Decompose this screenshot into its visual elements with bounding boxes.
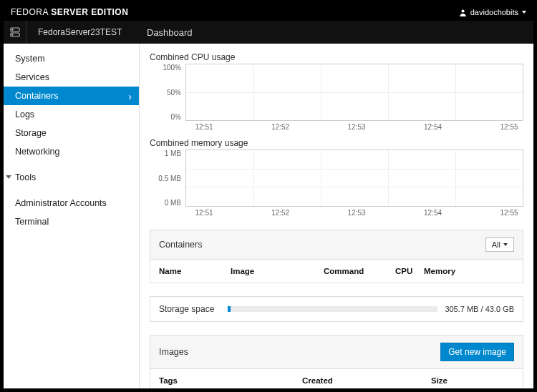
cpu-chart-title: Combined CPU usage	[150, 52, 523, 62]
svg-point-4	[11, 34, 12, 35]
col-command: Command	[324, 267, 395, 275]
svg-point-3	[11, 29, 12, 30]
page-title: Dashboard	[140, 27, 193, 38]
brand-bold: SERVER EDITION	[51, 7, 128, 17]
cpu-y-labels: 100% 50% 0%	[150, 64, 185, 121]
chevron-down-icon	[522, 11, 526, 14]
mem-ytick: 0.5 MB	[158, 175, 181, 182]
sidebar-item-networking[interactable]: Networking	[4, 142, 139, 161]
user-name: davidochobits	[470, 8, 518, 16]
svg-point-0	[461, 9, 464, 12]
server-icon	[9, 26, 21, 38]
chevron-down-icon	[503, 243, 508, 246]
mem-chart-title: Combined memory usage	[150, 138, 523, 148]
cpu-xtick: 12:55	[495, 123, 523, 131]
mem-xtick: 12:55	[495, 209, 523, 217]
cpu-ytick: 50%	[167, 89, 181, 97]
cpu-ytick: 0%	[171, 113, 181, 121]
mem-y-labels: 1 MB 0.5 MB 0 MB	[150, 150, 185, 207]
cpu-ytick: 100%	[163, 64, 181, 72]
storage-label: Storage space	[159, 304, 221, 314]
col-image: Image	[231, 267, 324, 275]
cpu-xtick: 12:51	[190, 123, 218, 131]
sidebar-item-terminal[interactable]: Terminal	[4, 212, 139, 231]
images-table-head: Tags Created Size	[150, 369, 523, 388]
col-name: Name	[159, 267, 231, 275]
sidebar: System Services Containers Logs Storage …	[4, 44, 140, 388]
storage-panel: Storage space 305.7 MB / 43.0 GB	[150, 296, 523, 322]
mem-x-labels: 12:51 12:52 12:53 12:54 12:55	[185, 207, 523, 217]
brand: FEDORA SERVER EDITION	[11, 7, 128, 17]
get-new-image-button[interactable]: Get new image	[440, 343, 514, 361]
sidebar-item-services[interactable]: Services	[4, 68, 139, 87]
storage-progress	[228, 306, 437, 312]
mem-xtick: 12:54	[419, 209, 448, 217]
brand-light: FEDORA	[11, 7, 51, 17]
containers-panel: Containers All Name Image Command CPU Me…	[150, 230, 523, 283]
sidebar-item-containers[interactable]: Containers	[4, 87, 139, 105]
sidebar-group-tools[interactable]: Tools	[4, 168, 139, 187]
sidebar-item-system[interactable]: System	[4, 49, 139, 68]
images-panel: Images Get new image Tags Created Size	[150, 335, 523, 388]
cpu-xtick: 12:54	[419, 123, 448, 131]
mem-xtick: 12:52	[266, 209, 295, 217]
col-cpu: CPU	[395, 267, 424, 275]
user-icon	[459, 9, 467, 16]
containers-table-head: Name Image Command CPU Memory	[150, 260, 523, 283]
storage-progress-bar	[228, 306, 231, 312]
col-memory: Memory	[424, 267, 514, 275]
cpu-xtick: 12:52	[266, 123, 295, 131]
mem-chart: 1 MB 0.5 MB 0 MB 12:51 12:52 12:53 12:54…	[150, 150, 523, 217]
mem-xtick: 12:53	[342, 209, 371, 217]
sidebar-item-logs[interactable]: Logs	[4, 105, 139, 124]
sidebar-item-storage[interactable]: Storage	[4, 124, 139, 142]
host-icon-box[interactable]	[4, 21, 26, 44]
containers-filter-label: All	[492, 240, 500, 249]
second-bar: FedoraServer23TEST Dashboard	[4, 21, 533, 44]
mem-ytick: 1 MB	[165, 150, 181, 157]
host-name[interactable]: FedoraServer23TEST	[26, 27, 140, 37]
cpu-x-labels: 12:51 12:52 12:53 12:54 12:55	[185, 121, 523, 131]
cpu-plot	[185, 64, 523, 121]
content: Combined CPU usage 100% 50% 0% 12:51 12:…	[140, 44, 533, 388]
user-menu[interactable]: davidochobits	[459, 8, 526, 16]
col-size: Size	[431, 376, 514, 385]
mem-plot	[185, 150, 523, 207]
mem-ytick: 0 MB	[165, 199, 181, 207]
containers-filter-dropdown[interactable]: All	[485, 237, 514, 252]
top-bar: FEDORA SERVER EDITION davidochobits	[4, 4, 533, 21]
sidebar-item-admin-accounts[interactable]: Administrator Accounts	[4, 194, 139, 212]
col-tags: Tags	[159, 376, 302, 385]
containers-title: Containers	[159, 240, 202, 250]
col-created: Created	[302, 376, 431, 385]
cpu-chart: 100% 50% 0% 12:51 12:52 12:53 12:54 12:5…	[150, 64, 523, 131]
storage-text: 305.7 MB / 43.0 GB	[445, 305, 514, 313]
cpu-xtick: 12:53	[342, 123, 371, 131]
images-title: Images	[159, 347, 188, 357]
mem-xtick: 12:51	[190, 209, 218, 217]
